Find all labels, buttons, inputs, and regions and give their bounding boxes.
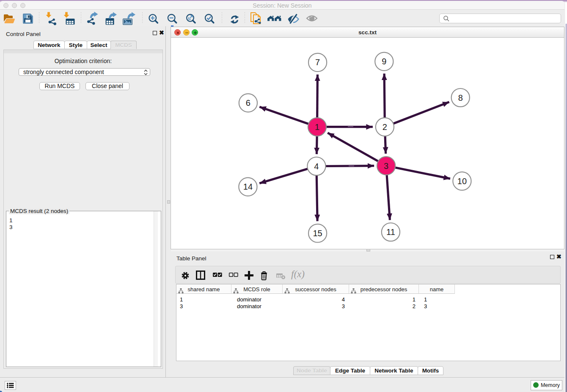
svg-text:8: 8 xyxy=(458,93,463,102)
svg-text:3: 3 xyxy=(384,161,388,171)
svg-text:11: 11 xyxy=(386,227,395,237)
svg-text:14: 14 xyxy=(243,182,253,191)
svg-text:10: 10 xyxy=(457,177,467,186)
svg-text:9: 9 xyxy=(382,57,386,66)
svg-text:15: 15 xyxy=(313,229,322,238)
svg-text:6: 6 xyxy=(246,98,250,108)
svg-text:4: 4 xyxy=(314,162,319,171)
svg-text:1: 1 xyxy=(315,122,319,132)
svg-text:7: 7 xyxy=(315,58,320,67)
svg-text:2: 2 xyxy=(383,122,387,132)
